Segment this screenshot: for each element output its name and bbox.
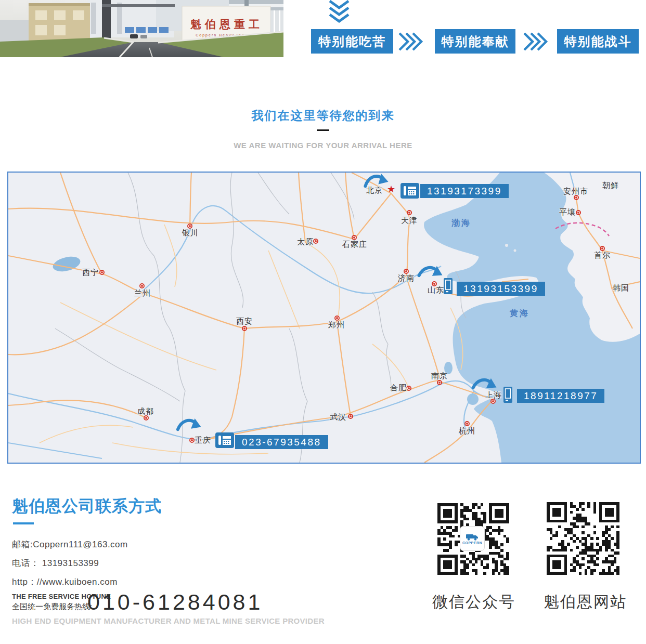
website-qr-code — [547, 502, 619, 575]
company-tagline: HIGH END EQUIPMENT MANUFACTURER AND META… — [12, 616, 325, 625]
hotline-number: 010-61284081 — [87, 589, 263, 615]
city-label: 韩国 — [613, 283, 629, 293]
city-label: 西宁 — [82, 268, 99, 278]
city-label: 西安 — [236, 317, 253, 326]
city-label: 平壤 — [559, 207, 576, 217]
city-label: 银川 — [182, 228, 199, 238]
city-label: 南京 — [431, 371, 448, 381]
city-marker-icon — [189, 438, 195, 443]
banner-slogan-2: 特别能奉献 — [435, 29, 515, 54]
city-marker-icon — [144, 415, 149, 420]
city-label: 成都 — [137, 406, 154, 416]
factory-entrance-photo: 魁伯恩重工 Coppern Heavy Industry — [0, 0, 283, 57]
city-marker-icon — [437, 380, 442, 385]
city-marker-icon — [313, 239, 318, 244]
city-label: 杭州 — [459, 426, 475, 436]
city-label: 朝鲜 — [602, 181, 619, 191]
mobile-icon — [444, 278, 453, 296]
city-marker-icon — [99, 270, 105, 275]
banner-slogan-1: 特别能吃苦 — [311, 29, 393, 54]
city-marker-icon — [464, 421, 470, 426]
fax-icon — [215, 432, 234, 450]
city-marker-icon — [348, 414, 353, 419]
city-label: 山东 — [428, 285, 444, 295]
city-label: 济南 — [398, 273, 415, 283]
city-marker-icon — [242, 326, 247, 331]
phone-callout: 13193153399 — [457, 282, 545, 296]
city-label: 兰州 — [134, 288, 151, 298]
city-label: 武汉 — [330, 412, 346, 422]
city-marker-icon — [139, 283, 145, 288]
phone-callout: 13193173399 — [420, 184, 509, 198]
china-locations-map: ★北京天津银川西宁兰州太原石家庄济南山东西安郑州武汉合肥南京上海杭州成都重庆朝鲜… — [7, 172, 641, 464]
city-label: 首尔 — [594, 251, 611, 260]
callout-arrow-icon — [416, 260, 447, 288]
callout-arrow-icon — [175, 414, 205, 440]
contact-section-title: 魁伯恩公司联系方式 — [12, 495, 162, 517]
contact-website-link[interactable]: http：//www.kuiboen.com — [12, 576, 118, 588]
title-divider — [317, 129, 329, 131]
truck-icon — [465, 533, 480, 541]
chevron-right-icon — [522, 32, 551, 51]
banner-slogan-3: 特别能战斗 — [557, 29, 639, 54]
city-marker-icon — [406, 386, 411, 391]
city-label: 太原 — [297, 237, 314, 247]
city-label: 合肥 — [390, 383, 407, 393]
wechat-qr-label: 微信公众号 — [432, 592, 515, 613]
phone-callout: 023-67935488 — [235, 435, 328, 449]
map-overlay: ★北京天津银川西宁兰州太原石家庄济南山东西安郑州武汉合肥南京上海杭州成都重庆朝鲜… — [8, 173, 640, 463]
chevron-right-icon — [397, 32, 427, 51]
contact-title-underline — [13, 522, 34, 524]
fax-icon — [400, 183, 419, 201]
city-marker-icon — [576, 210, 581, 215]
mobile-icon — [503, 387, 512, 405]
contact-phone: 电话： 13193153399 — [12, 557, 99, 569]
section-title: 我们在这里等待您的到来 — [0, 108, 646, 124]
city-label: 安州市 — [563, 187, 588, 196]
section-subtitle: WE ARE WAITING FOR YOUR ARRIVAL HERE — [0, 141, 646, 150]
sea-label: 渤海 — [451, 218, 471, 229]
qr-logo-text: COPPERN — [462, 541, 482, 545]
website-qr-label: 魁伯恩网站 — [544, 592, 627, 613]
city-label: 石家庄 — [342, 240, 367, 249]
contact-email: 邮箱:Coppern111@163.com — [12, 538, 128, 550]
city-label: 郑州 — [328, 320, 345, 330]
photo-sign-text: 魁伯恩重工 — [190, 18, 263, 30]
chevron-down-icon — [328, 0, 351, 23]
city-marker-icon — [407, 210, 412, 215]
city-label: 天津 — [401, 216, 418, 226]
sea-label: 黄海 — [510, 308, 529, 319]
qr-center-logo: COPPERN — [460, 526, 485, 551]
hotline-label-cn: 全国统一免费服务热线: — [12, 602, 92, 612]
phone-callout: 18911218977 — [517, 389, 604, 403]
